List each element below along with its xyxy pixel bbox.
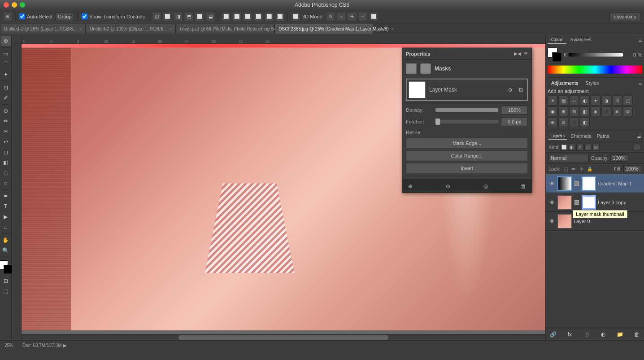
crop-tool[interactable]: ⊡ [1,83,11,92]
layer-mask-thumb-large[interactable] [409,81,426,98]
tab-untitled1-close[interactable]: × [79,27,82,31]
tab-dscf-close[interactable]: × [392,27,394,31]
layer-eye-layer0copy[interactable]: 👁 [548,199,556,206]
channelmix-adj-icon[interactable]: ⊞ [558,106,568,116]
pan-3d-icon[interactable]: ✛ [348,13,356,21]
lock-move-icon[interactable]: ✛ [578,165,585,172]
distribute-center-h-icon[interactable]: ⬜ [233,13,241,21]
tab-styles[interactable]: Styles [582,79,603,87]
add-to-selection-icon[interactable]: ⊕ [406,182,415,191]
clone-tool[interactable]: ✂ [1,127,11,136]
brightness-adj-icon[interactable]: ☀ [548,96,557,105]
slide-3d-icon[interactable]: ↔ [359,13,367,21]
lock-pixels-icon[interactable]: ⬚ [562,165,569,172]
filter-text-icon[interactable]: T [576,144,583,151]
link-layers-icon[interactable]: 🔗 [548,330,557,339]
invert-adj-icon[interactable]: ⊘ [623,106,633,116]
color-panel-collapse[interactable]: ☰ [638,38,642,43]
invert-btn[interactable]: Invert [406,163,528,174]
distribute-top-icon[interactable]: ⬜ [254,13,262,21]
adj-panel-collapse[interactable]: ☰ [638,81,642,86]
selectcolor-adj-icon[interactable]: ◈ [591,106,600,116]
new-adjustment-icon[interactable]: ◐ [599,330,608,339]
subtract-selection-icon[interactable]: ⊙ [444,182,453,191]
exposure-adj-icon[interactable]: ◐ [580,96,590,105]
maximize-button[interactable] [20,2,25,8]
align-middle-icon[interactable]: ⬜ [196,13,204,21]
tab-cover[interactable]: cover.psd @ 66.7% (Make Photo Retouching… [176,24,274,34]
align-left-icon[interactable]: ◫ [152,13,161,21]
prop-expand-btn[interactable]: ▶◀ [514,51,521,56]
tab-untitled2-close[interactable]: × [170,27,172,31]
tab-adjustments[interactable]: Adjustments [548,79,582,87]
screen-mode-tool[interactable]: ⬚ [1,286,11,296]
bg-swatch[interactable] [552,52,562,62]
tab-channels[interactable]: Channels [569,132,593,140]
doc-info-arrow[interactable]: ▶ [63,343,67,348]
tab-paths[interactable]: Paths [595,132,611,140]
disable-mask-icon[interactable]: ⊞ [516,85,525,94]
layer-eye-layer0[interactable]: 👁 [548,218,556,225]
color-gradient-bar[interactable] [548,66,642,74]
filter-shape-icon[interactable]: □ [584,144,592,151]
pixel-mask-icon[interactable] [406,63,417,74]
roll-3d-icon[interactable]: ○ [337,13,345,21]
mask-edge-btn[interactable]: Mask Edge... [406,138,528,149]
move-tool-icon[interactable]: ⊕ [4,13,12,21]
tab-untitled1[interactable]: Untitled-1 @ 25% (Layer 1, RGB/8... × [0,24,86,34]
colorsub-adj-icon[interactable]: ⊟ [569,106,579,116]
align-bottom-icon[interactable]: ⬓ [206,13,214,21]
blend-mode-dropdown[interactable]: Normal [548,154,589,162]
canvas-scrollbar-h[interactable] [22,334,545,340]
fg-bg-colors[interactable] [0,260,13,274]
tab-color[interactable]: Color [548,36,566,44]
fg-bg-swatch[interactable] [548,48,562,62]
prop-menu-btn[interactable]: ☰ [524,51,528,56]
show-transform-checkbox[interactable] [82,13,87,19]
shape-tool[interactable]: □ [1,222,11,232]
delete-mask-icon[interactable]: 🗑 [519,182,528,191]
scale-3d-icon[interactable]: ⬜ [370,13,378,21]
distribute-center-v-icon[interactable]: ⬜ [265,13,273,21]
eyedropper-tool[interactable]: ✐ [1,93,11,103]
new-group-icon[interactable]: 📁 [616,330,625,339]
delete-layer-icon[interactable]: 🗑 [632,330,641,339]
layer-item-layer0copy[interactable]: 👁 Layer 0 copy Layer mask thumbnail [546,193,644,212]
align-center-icon[interactable]: ⬜ [163,13,171,21]
apply-mask-icon[interactable]: ⊕ [505,85,514,94]
gradient-adj-icon[interactable]: ◧ [580,117,590,127]
tab-dscf[interactable]: DSCF2363.jpg @ 25% (Gradient Map 1, Laye… [274,24,373,34]
opacity-value[interactable]: 100% [610,154,628,162]
feather-slider[interactable] [435,120,498,123]
3d-mode-icon[interactable]: ⬜ [292,13,300,21]
pattern-adj-icon[interactable]: ⊡ [558,117,568,127]
auto-select-checkbox[interactable] [19,13,25,19]
rotate-3d-icon[interactable]: ↻ [326,13,335,21]
filter-smart-icon[interactable]: ◎ [592,144,600,151]
threshold-adj-icon[interactable]: ⬛ [601,106,611,116]
doc-info-area[interactable]: Doc: 68.7M/137.3M ▶ [22,343,67,348]
dodge-tool[interactable]: ○ [1,178,11,188]
brush-tool[interactable]: ✏ [1,116,11,126]
quick-mask-tool[interactable]: ⊡ [1,276,11,286]
eraser-tool[interactable]: ◻ [1,147,11,157]
bw-adj-icon[interactable]: ◫ [623,96,633,105]
align-top-icon[interactable]: ⬒ [185,13,193,21]
distribute-right-icon[interactable]: ⬜ [244,13,252,21]
auto-select-dropdown[interactable]: Group [56,12,74,21]
photofilter-adj-icon[interactable]: ◉ [548,106,557,116]
levels-adj-icon[interactable]: ▤ [558,96,568,105]
density-slider[interactable] [435,108,498,112]
quickselect-tool[interactable]: ✦ [1,70,11,79]
pen-tool[interactable]: ✒ [1,191,11,201]
posterize-adj-icon[interactable]: ≡ [612,106,622,116]
fill-value[interactable]: 100% [623,165,641,172]
tab-layers[interactable]: Layers [548,132,567,140]
k-slider[interactable] [569,53,623,57]
blur-tool[interactable]: ◌ [1,168,11,178]
lasso-tool[interactable]: ⌒ [1,59,11,69]
custom-adj-icon[interactable]: ⊕ [548,117,557,127]
filter-adj-icon[interactable]: ◐ [568,144,575,151]
background-color[interactable] [4,265,13,274]
layer-eye-gradient[interactable]: 👁 [548,180,556,187]
